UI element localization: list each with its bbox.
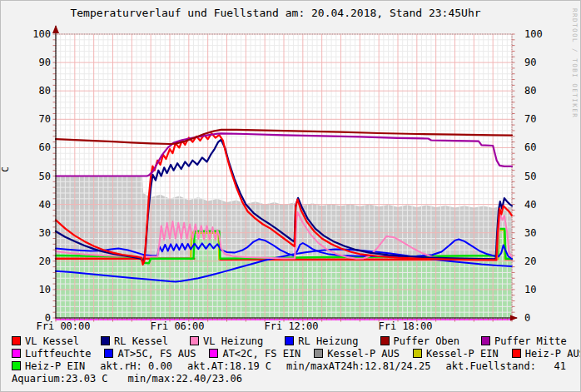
legend-label: Puffer Oben: [394, 335, 459, 347]
legend-swatch: [285, 336, 294, 345]
svg-text:70: 70: [39, 113, 51, 125]
svg-text:30: 30: [39, 227, 51, 239]
svg-text:100: 100: [524, 28, 543, 40]
legend-swatch: [481, 336, 490, 345]
svg-text:70: 70: [524, 113, 536, 125]
svg-text:Fri 18:00: Fri 18:00: [378, 320, 432, 332]
legend-item: Aquarium:23.03 C: [12, 373, 108, 385]
legend-swatch: [12, 336, 21, 345]
svg-text:40: 40: [524, 199, 536, 211]
legend-item: min/maxAT24h:12.81/24.25: [286, 360, 430, 372]
legend-label: min/maxAT24h:12.81/24.25: [286, 360, 430, 372]
legend-swatch: [413, 349, 422, 358]
legend-label: Luftfeuchte: [25, 348, 91, 360]
legend-label: Kessel-P AUS: [327, 348, 400, 360]
legend-swatch: [314, 349, 323, 358]
legend-swatch: [101, 336, 110, 345]
legend-item: Heiz-P EIN: [12, 360, 85, 372]
legend-item: AT<2C, FS EIN: [209, 348, 300, 360]
legend-item: akt.rH: 0.00: [100, 360, 172, 372]
legend-label: VL Kessel: [25, 335, 79, 347]
legend-row: Heiz-P EINakt.rH: 0.00akt.AT:18.19 Cmin/…: [12, 360, 579, 372]
svg-text:60: 60: [39, 141, 51, 153]
svg-text:20: 20: [39, 256, 51, 267]
svg-text:50: 50: [524, 171, 536, 182]
svg-text:80: 80: [39, 85, 51, 97]
legend-label: akt.rH: 0.00: [100, 360, 172, 372]
legend-item: Luftfeuchte: [12, 348, 91, 360]
legend-label: RL Heizung: [298, 335, 358, 347]
svg-text:40: 40: [39, 199, 51, 211]
legend-item: Heiz-P AUS: [512, 348, 581, 360]
legend-label: min/max:22.40/23.06: [128, 373, 242, 385]
legend-swatch: [12, 349, 21, 358]
svg-text:80: 80: [524, 85, 536, 97]
legend-item: RL Heizung: [285, 335, 358, 347]
svg-text:90: 90: [524, 57, 536, 68]
legend-label: akt.AT:18.19 C: [187, 360, 271, 372]
legend-label: akt.Fuellstand: 41: [446, 360, 567, 372]
legend-item: AT>5C, FS AUS: [104, 348, 196, 360]
legend-item: min/max:22.40/23.06: [128, 373, 242, 385]
svg-text:10: 10: [524, 284, 536, 295]
svg-text:60: 60: [524, 141, 536, 153]
svg-text:50: 50: [39, 171, 51, 182]
legend-item: RL Kessel: [101, 335, 168, 347]
temperature-chart: 0010102020303040405050606070708080909010…: [1, 1, 581, 334]
svg-text:10: 10: [39, 284, 51, 295]
legend-item: Kessel-P EIN: [413, 348, 499, 360]
legend-label: Puffer Mitte: [494, 335, 567, 347]
legend-swatch: [12, 361, 21, 370]
legend-item: VL Kessel: [12, 335, 79, 347]
legend-label: AT<2C, FS EIN: [222, 348, 300, 360]
svg-text:30: 30: [524, 227, 536, 239]
svg-text:100: 100: [32, 28, 51, 40]
legend-row: VL KesselRL KesselVL HeizungRL HeizungPu…: [12, 335, 579, 347]
legend: VL KesselRL KesselVL HeizungRL HeizungPu…: [12, 335, 579, 385]
legend-item: akt.Fuellstand: 41: [446, 360, 567, 372]
legend-item: Puffer Oben: [380, 335, 459, 347]
legend-label: Kessel-P EIN: [426, 348, 499, 360]
chart-title: Temperaturverlauf und Fuellstand am: 20.…: [1, 7, 550, 19]
legend-label: VL Heizung: [203, 335, 263, 347]
legend-item: Puffer Mitte: [481, 335, 567, 347]
svg-text:Fri 06:00: Fri 06:00: [150, 320, 204, 332]
legend-swatch: [190, 336, 199, 345]
watermark-text: RRDTOOL / TOBI OETIKER: [571, 8, 579, 118]
svg-text:0: 0: [524, 312, 530, 324]
legend-row: LuftfeuchteAT>5C, FS AUSAT<2C, FS EINKes…: [12, 347, 579, 360]
legend-item: akt.AT:18.19 C: [187, 360, 271, 372]
svg-text:Fri 00:00: Fri 00:00: [36, 320, 90, 332]
legend-item: VL Heizung: [190, 335, 263, 347]
legend-label: AT>5C, FS AUS: [117, 348, 196, 360]
legend-swatch: [104, 349, 113, 358]
svg-text:20: 20: [524, 256, 536, 267]
legend-swatch: [512, 349, 521, 358]
legend-swatch: [209, 349, 218, 358]
legend-label: Heiz-P EIN: [25, 360, 85, 372]
legend-label: Heiz-P AUS: [525, 348, 581, 360]
legend-item: Kessel-P AUS: [314, 348, 400, 360]
legend-label: RL Kessel: [114, 335, 168, 347]
legend-label: Aquarium:23.03 C: [12, 373, 108, 385]
rrdtool-graph: 0010102020303040405050606070708080909010…: [0, 0, 581, 392]
y-axis-unit-label: C: [0, 166, 11, 172]
legend-row: Aquarium:23.03 Cmin/max:22.40/23.06: [12, 372, 579, 385]
legend-swatch: [380, 336, 390, 345]
svg-text:90: 90: [39, 57, 51, 68]
svg-text:Fri 12:00: Fri 12:00: [264, 320, 318, 332]
